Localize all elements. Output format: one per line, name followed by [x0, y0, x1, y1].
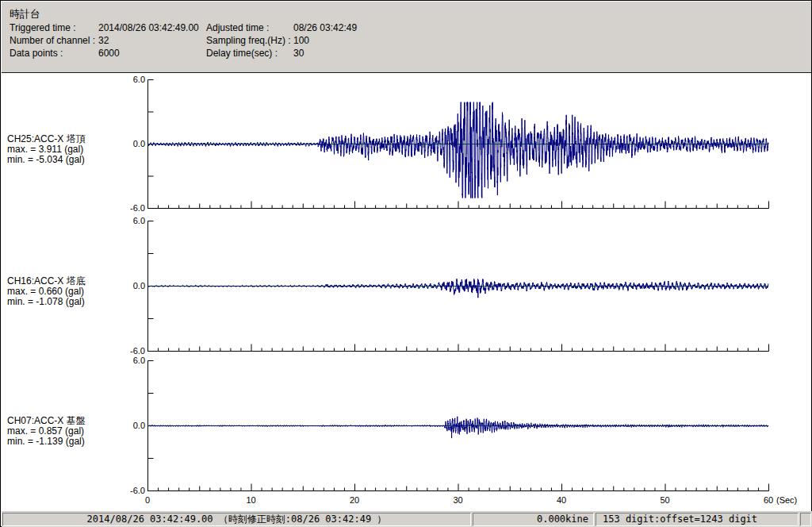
status-digit-panel: 153 digit:offset=1243 digit — [596, 513, 799, 526]
adjusted-time-label: Adjusted time : — [206, 22, 269, 33]
channel-count-value: 32 — [98, 35, 109, 46]
y-tick-label: 0.0 — [118, 281, 145, 290]
status-extra-panel — [800, 513, 811, 526]
waveform-canvas-ch25 — [147, 79, 774, 211]
y-tick-label: -6.0 — [118, 346, 145, 356]
data-points-label: Data points : — [10, 48, 63, 59]
app-window: 時計台 Triggered time : 2014/08/26 03:42:49… — [0, 0, 812, 527]
x-axis-unit-label: (Sec) — [776, 495, 797, 505]
app-title: 時計台 — [10, 7, 40, 21]
x-tick-label: 10 — [238, 495, 265, 505]
triggered-time-label: Triggered time : — [10, 22, 76, 33]
channel-min: min. = -1.139 (gal) — [7, 437, 142, 447]
waveform-canvas-ch07 — [147, 360, 774, 494]
y-tick-label: 0.0 — [118, 139, 145, 148]
x-tick-label: 40 — [548, 495, 575, 505]
data-points-value: 6000 — [98, 48, 120, 59]
header-panel: 時計台 Triggered time : 2014/08/26 03:42:49… — [2, 2, 811, 73]
x-tick-label: 30 — [445, 495, 472, 505]
status-kine-panel: 0.000kine — [473, 513, 594, 526]
x-tick-label: 50 — [652, 495, 679, 505]
x-tick-label: 0 — [134, 495, 161, 505]
header-row: Triggered time : 2014/08/26 03:42:49.00 … — [2, 22, 811, 33]
status-bar: 2014/08/26 03:42:49.00 （時刻修正時刻:08/26 03:… — [2, 511, 812, 527]
x-tick-label: 20 — [341, 495, 368, 505]
header-row: Number of channel : 32 Sampling freq.(Hz… — [2, 35, 811, 46]
y-tick-label: -6.0 — [118, 486, 145, 495]
y-tick-label: 6.0 — [118, 356, 145, 365]
triggered-time-value: 2014/08/26 03:42:49.00 — [98, 22, 199, 33]
y-tick-label: 0.0 — [118, 421, 145, 430]
waveform-canvas-ch16 — [147, 221, 774, 354]
status-time-panel: 2014/08/26 03:42:49.00 （時刻修正時刻:08/26 03:… — [2, 513, 471, 526]
channel-min: min. = -1.078 (gal) — [7, 297, 142, 307]
y-tick-label: 6.0 — [118, 216, 145, 225]
adjusted-time-value: 08/26 03:42:49 — [293, 22, 357, 33]
header-row: Data points : 6000 Delay time(sec) : 30 — [2, 48, 811, 59]
channel-min: min. = -5.034 (gal) — [7, 155, 142, 165]
delay-time-value: 30 — [293, 48, 304, 59]
channel-count-label: Number of channel : — [10, 35, 95, 46]
delay-time-label: Delay time(sec) : — [206, 48, 278, 59]
y-tick-label: -6.0 — [118, 203, 145, 213]
sampling-freq-value: 100 — [293, 35, 309, 46]
sampling-freq-label: Sampling freq.(Hz) : — [206, 35, 291, 46]
y-tick-label: 6.0 — [118, 75, 145, 84]
